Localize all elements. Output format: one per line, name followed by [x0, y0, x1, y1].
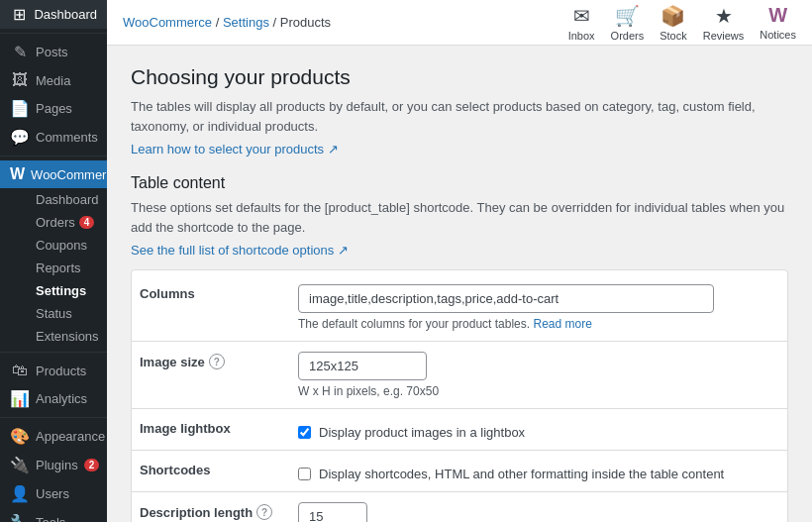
sidebar-item-label: Plugins [36, 458, 78, 472]
columns-read-more[interactable]: Read more [533, 317, 591, 331]
description-length-help-icon[interactable]: ? [256, 504, 272, 520]
appearance-icon: 🎨 [10, 427, 30, 446]
sidebar-sub-woo-dashboard[interactable]: Dashboard [0, 188, 107, 211]
sidebar-item-plugins[interactable]: 🔌 Plugins 2 [0, 451, 107, 479]
orders-icon: 🛒 [615, 4, 640, 28]
sidebar-item-tools[interactable]: 🔧 Tools [0, 508, 107, 522]
sidebar-item-label: Tools [36, 515, 65, 522]
comments-icon: 💬 [10, 128, 30, 147]
settings-table: Columns The default columns for your pro… [132, 274, 787, 522]
sidebar-item-label: Posts [36, 45, 68, 59]
sidebar-item-posts[interactable]: ✎ Posts [0, 38, 107, 66]
topbar-orders-label: Orders [611, 30, 645, 42]
columns-label: Columns [140, 286, 282, 301]
sidebar-item-woocommerce[interactable]: W WooCommerce [0, 160, 107, 188]
image-lightbox-label: Image lightbox [140, 421, 282, 436]
dashboard-icon: ⊞ [10, 5, 28, 24]
breadcrumb: WooCommerce / Settings / Products [123, 15, 331, 30]
image-size-help-icon[interactable]: ? [209, 354, 225, 369]
sidebar-item-label: Media [36, 73, 70, 88]
description-length-label: Description length ? [140, 504, 282, 520]
notices-icon: W [768, 4, 787, 27]
plugins-icon: 🔌 [10, 456, 30, 474]
main-content: Choosing your products The tables will d… [107, 46, 812, 522]
sidebar-item-media[interactable]: 🖼 Media [0, 66, 107, 94]
table-row-description-length: Description length ? words [132, 492, 787, 523]
columns-hint: The default columns for your product tab… [298, 317, 779, 331]
page-description: The tables will display all products by … [131, 97, 788, 136]
topbar-notices-label: Notices [760, 29, 796, 41]
woocommerce-icon: W [10, 165, 25, 183]
sidebar-item-users[interactable]: 👤 Users [0, 479, 107, 508]
description-length-input[interactable] [298, 502, 367, 522]
page-title: Choosing your products [131, 65, 788, 89]
shortcode-link[interactable]: See the full list of shortcode options ↗ [131, 243, 349, 258]
tools-icon: 🔧 [10, 513, 30, 522]
sidebar-item-label: Users [36, 486, 69, 501]
sidebar-item-products[interactable]: 🛍 Products [0, 357, 107, 384]
topbar-orders[interactable]: 🛒 Orders [611, 4, 645, 42]
breadcrumb-current: Products [280, 15, 331, 30]
section-title: Table content [131, 174, 788, 192]
learn-link[interactable]: Learn how to select your products ↗ [131, 142, 339, 157]
sidebar-item-label: Comments [36, 130, 98, 145]
topbar-notices[interactable]: W Notices [760, 4, 796, 41]
inbox-icon: ✉ [573, 4, 590, 28]
breadcrumb-woocommerce[interactable]: WooCommerce [123, 15, 212, 30]
sidebar: ⊞ Dashboard ✎ Posts 🖼 Media 📄 Pages 💬 Co… [0, 0, 107, 522]
section-description: These options set defaults for the [prod… [131, 198, 788, 237]
reviews-icon: ★ [715, 4, 733, 28]
sidebar-item-comments[interactable]: 💬 Comments [0, 123, 107, 152]
topbar-icons: ✉ Inbox 🛒 Orders 📦 Stock ★ Reviews W Not… [568, 4, 796, 42]
posts-icon: ✎ [10, 43, 30, 61]
topbar-reviews[interactable]: ★ Reviews [703, 4, 745, 42]
sidebar-item-label: WooCommerce [31, 167, 107, 182]
topbar-stock-label: Stock [660, 30, 687, 42]
stock-icon: 📦 [660, 4, 685, 28]
sidebar-sub-woo-status[interactable]: Status [0, 302, 107, 325]
columns-input[interactable] [298, 284, 714, 313]
topbar: WooCommerce / Settings / Products ✉ Inbo… [107, 0, 812, 46]
shortcodes-checkbox[interactable] [298, 468, 311, 480]
table-row-image-size: Image size ? W x H in pixels, e.g. 70x50 [132, 342, 787, 409]
topbar-inbox[interactable]: ✉ Inbox [568, 4, 595, 42]
image-lightbox-checkbox[interactable] [298, 426, 311, 439]
image-size-input[interactable] [298, 352, 427, 380]
plugins-badge: 2 [84, 459, 100, 471]
sidebar-item-label: Products [36, 364, 86, 378]
sidebar-item-pages[interactable]: 📄 Pages [0, 94, 107, 123]
sidebar-item-label: Appearance [36, 429, 105, 444]
table-row-image-lightbox: Image lightbox Display product images in… [132, 409, 787, 451]
shortcodes-text: Display shortcodes, HTML and other forma… [319, 467, 724, 481]
shortcodes-label: Shortcodes [140, 463, 282, 477]
products-icon: 🛍 [10, 362, 30, 379]
image-size-hint: W x H in pixels, e.g. 70x50 [298, 384, 779, 398]
sidebar-sub-woo-reports[interactable]: Reports [0, 257, 107, 279]
pages-icon: 📄 [10, 99, 30, 118]
sidebar-sub-woo-coupons[interactable]: Coupons [0, 234, 107, 257]
image-size-label: Image size ? [140, 354, 282, 369]
media-icon: 🖼 [10, 71, 30, 89]
sidebar-item-dashboard[interactable]: ⊞ Dashboard [0, 0, 107, 29]
analytics-icon: 📊 [10, 389, 30, 408]
breadcrumb-settings[interactable]: Settings [223, 15, 269, 30]
sidebar-item-label: Dashboard [34, 7, 97, 22]
sidebar-sub-woo-extensions[interactable]: Extensions [0, 325, 107, 348]
topbar-inbox-label: Inbox [568, 30, 595, 42]
users-icon: 👤 [10, 484, 30, 503]
topbar-reviews-label: Reviews [703, 30, 745, 42]
image-lightbox-row: Display product images in a lightbox [298, 419, 779, 440]
table-row-columns: Columns The default columns for your pro… [132, 274, 787, 342]
image-lightbox-text: Display product images in a lightbox [319, 425, 525, 440]
sidebar-sub-woo-settings[interactable]: Settings [0, 279, 107, 302]
sidebar-item-label: Pages [36, 101, 72, 116]
table-row-shortcodes: Shortcodes Display shortcodes, HTML and … [132, 451, 787, 492]
sidebar-item-label: Analytics [36, 391, 87, 406]
topbar-stock[interactable]: 📦 Stock [660, 4, 687, 42]
orders-badge: 4 [79, 216, 95, 229]
sidebar-item-appearance[interactable]: 🎨 Appearance [0, 422, 107, 451]
shortcodes-row: Display shortcodes, HTML and other forma… [298, 461, 779, 481]
sidebar-item-analytics[interactable]: 📊 Analytics [0, 384, 107, 413]
sidebar-sub-woo-orders[interactable]: Orders 4 [0, 211, 107, 234]
